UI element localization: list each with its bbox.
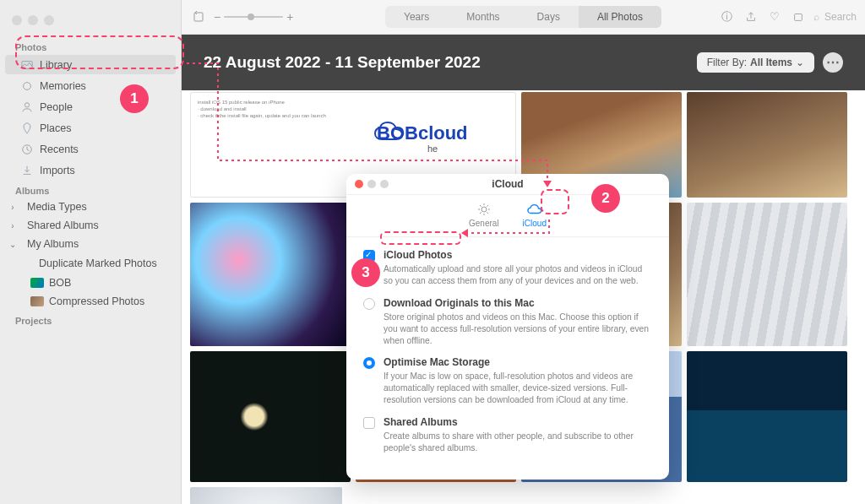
popup-tab-label: General xyxy=(469,219,499,228)
chevron-right-icon: › xyxy=(8,203,17,212)
sidebar-album-bob[interactable]: BOB xyxy=(0,274,181,292)
traffic-min-icon[interactable] xyxy=(28,15,38,25)
bobcloud-logo: BOBcloud xyxy=(372,121,468,146)
option-optimise-storage[interactable]: Optimise Mac Storage If your Mac is low … xyxy=(363,356,652,406)
option-label: Shared Albums xyxy=(384,416,652,428)
sidebar-album-compressed[interactable]: Compressed Photos xyxy=(0,292,181,311)
sidebar-item-label: People xyxy=(40,101,73,113)
popup-tab-label: iCloud xyxy=(523,219,547,228)
option-download-originals[interactable]: Download Originals to this Mac Store ori… xyxy=(363,297,652,347)
search-placeholder: Search xyxy=(824,11,857,23)
zoom-track[interactable] xyxy=(224,16,283,18)
tab-all-photos[interactable]: All Photos xyxy=(579,6,661,28)
grid-thumb[interactable] xyxy=(687,351,847,482)
popup-tabs: General iCloud xyxy=(346,195,669,237)
sidebar-section-projects: Projects xyxy=(0,311,181,328)
annotation-badge-3: 3 xyxy=(351,258,380,287)
radio[interactable] xyxy=(363,298,375,310)
sidebar-item-shared-albums[interactable]: ›Shared Albums xyxy=(0,216,181,235)
download-icon xyxy=(20,164,33,176)
bob-text-b: cloud xyxy=(418,122,468,144)
checkbox[interactable] xyxy=(363,417,375,429)
sidebar-item-media-types[interactable]: ›Media Types xyxy=(0,198,181,216)
rotate-ccw-icon[interactable] xyxy=(790,11,807,23)
option-shared-albums[interactable]: Shared Albums Create albums to share wit… xyxy=(363,416,652,454)
filter-dropdown[interactable]: Filter By: All Items ⌄ xyxy=(697,52,814,73)
info-icon[interactable]: ⓘ xyxy=(719,9,736,24)
more-menu-button[interactable]: ⋯ xyxy=(823,52,843,73)
sidebar-album-duplicate-marked[interactable]: Duplicate Marked Photos xyxy=(5,254,176,273)
annotation-badge-1: 1 xyxy=(120,84,149,113)
sidebar-item-people[interactable]: People xyxy=(5,97,176,117)
sidebar-item-label: BOB xyxy=(49,277,71,289)
popup-body: iCloud Photos Automatically upload and s… xyxy=(346,237,669,480)
library-icon xyxy=(20,58,33,71)
sidebar-item-imports[interactable]: Imports xyxy=(5,160,176,180)
sidebar-item-my-albums[interactable]: ⌄My Albums xyxy=(0,235,181,253)
sidebar-item-library[interactable]: Library xyxy=(5,55,176,74)
bob-sub: he xyxy=(427,144,438,154)
memories-icon xyxy=(20,79,33,92)
sidebar-item-label: Memories xyxy=(40,80,86,92)
sidebar-item-recents[interactable]: Recents xyxy=(5,139,176,159)
option-desc: Store original photos and videos on this… xyxy=(384,312,652,347)
grid-thumb[interactable] xyxy=(687,203,847,346)
rotate-icon[interactable] xyxy=(190,10,207,24)
filter-prefix: Filter By: xyxy=(707,57,747,68)
annotation-badge-2: 2 xyxy=(591,184,620,213)
window-controls xyxy=(0,8,181,37)
cloud-icon xyxy=(526,202,543,217)
sidebar-item-label: Media Types xyxy=(27,201,87,213)
sidebar-item-label: My Albums xyxy=(27,238,79,250)
svg-rect-8 xyxy=(795,14,802,20)
sidebar-item-label: Places xyxy=(40,122,72,134)
option-label: Optimise Mac Storage xyxy=(384,356,652,368)
view-segmented-control: Years Months Days All Photos xyxy=(385,6,661,28)
grid-thumb[interactable] xyxy=(190,487,342,504)
sidebar-section-albums: Albums xyxy=(0,181,181,198)
album-thumb-icon xyxy=(30,278,44,288)
sidebar-item-places[interactable]: Places xyxy=(5,118,176,138)
gallery-header: 22 August 2022 - 11 September 2022 Filte… xyxy=(182,35,865,90)
icloud-settings-popup: iCloud General iCloud iCloud Photos Auto… xyxy=(346,174,669,480)
tab-days[interactable]: Days xyxy=(519,6,579,28)
tab-months[interactable]: Months xyxy=(448,6,518,28)
grid-thumb[interactable] xyxy=(190,203,351,346)
popup-tab-icloud[interactable]: iCloud xyxy=(523,202,547,228)
svg-point-2 xyxy=(24,102,29,106)
sidebar-item-label: Recents xyxy=(40,144,79,155)
option-icloud-photos[interactable]: iCloud Photos Automatically upload and s… xyxy=(363,249,652,287)
bob-text-a: BOB xyxy=(377,122,418,144)
sidebar-item-label: Duplicate Marked Photos xyxy=(39,257,157,269)
zoom-slider[interactable]: − + xyxy=(214,10,293,24)
traffic-close-icon[interactable] xyxy=(12,15,22,25)
grid-thumb[interactable] xyxy=(687,92,847,198)
toolbar: − + Years Months Days All Photos ⓘ ♡ ⌕ S… xyxy=(182,0,865,35)
option-label: Download Originals to this Mac xyxy=(384,297,652,309)
popup-tab-general[interactable]: General xyxy=(469,202,499,228)
grid-thumb[interactable] xyxy=(190,351,351,482)
popup-titlebar: iCloud xyxy=(346,174,669,195)
favorite-icon[interactable]: ♡ xyxy=(766,10,783,23)
option-desc: If your Mac is low on space, full-resolu… xyxy=(384,371,652,406)
option-desc: Create albums to share with other people… xyxy=(384,431,652,454)
sidebar: Photos Library Memories People Places Re… xyxy=(0,0,182,504)
share-icon[interactable] xyxy=(743,11,759,23)
sidebar-item-label: Imports xyxy=(40,165,75,176)
option-desc: Automatically upload and store all your … xyxy=(384,263,652,287)
zoom-out-icon: − xyxy=(214,10,220,24)
sidebar-item-memories[interactable]: Memories xyxy=(5,76,176,95)
tab-years[interactable]: Years xyxy=(385,6,448,28)
popup-title: iCloud xyxy=(346,178,669,190)
gear-icon xyxy=(476,202,492,217)
zoom-in-icon: + xyxy=(286,10,293,24)
sidebar-item-label: Compressed Photos xyxy=(49,295,144,307)
radio[interactable] xyxy=(363,357,375,369)
filter-value: All Items xyxy=(750,57,792,68)
traffic-max-icon[interactable] xyxy=(44,15,54,25)
chevron-right-icon: › xyxy=(8,221,17,230)
search-input[interactable]: ⌕ Search xyxy=(813,11,857,23)
people-icon xyxy=(20,100,33,113)
clock-icon xyxy=(20,143,33,155)
sidebar-item-label: Library xyxy=(40,59,72,71)
